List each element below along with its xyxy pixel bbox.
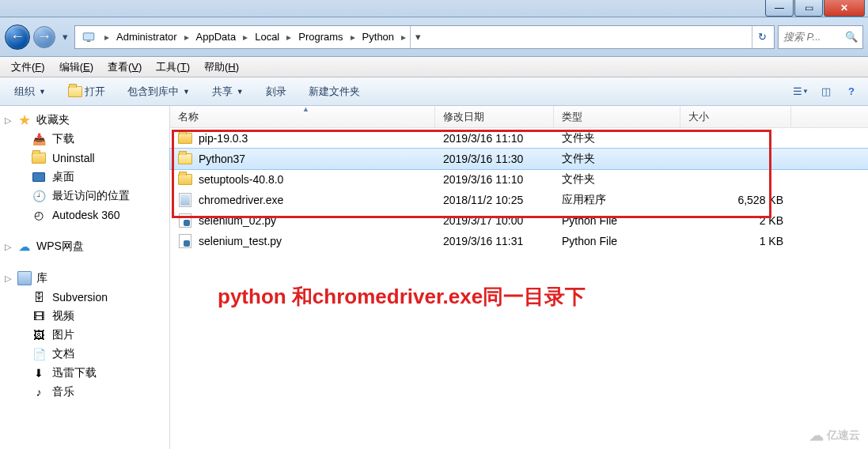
menu-file[interactable]: 文件(F) (5, 58, 51, 76)
file-rows: pip-19.0.32019/3/16 11:10文件夹Python372019… (170, 128, 868, 251)
documents-icon: 📄 (32, 347, 46, 361)
file-type: 文件夹 (554, 172, 680, 187)
preview-pane-button[interactable]: ◫ (817, 83, 835, 100)
autodesk-icon: ◴ (32, 208, 46, 222)
breadcrumb-expand-icon[interactable]: ▾ (410, 26, 426, 48)
breadcrumb[interactable]: ▸ Administrator ▸ AppData ▸ Local ▸ Prog… (74, 25, 775, 49)
col-size[interactable]: 大小 (680, 106, 791, 127)
menu-view[interactable]: 查看(V) (101, 58, 148, 76)
table-row[interactable]: chromedriver.exe2018/11/2 10:25应用程序6,528… (170, 190, 868, 210)
downloads-icon: 📥 (32, 132, 46, 146)
library-icon (17, 271, 32, 285)
table-row[interactable]: selenium_02.py2019/3/17 10:00Python File… (170, 210, 868, 231)
collapse-icon[interactable]: ▷ (5, 242, 11, 252)
sidebar-item-subversion[interactable]: 🗄Subversion (0, 288, 169, 307)
menubar: 文件(F) 编辑(E) 查看(V) 工具(T) 帮助(H) (0, 57, 868, 77)
burn-button[interactable]: 刻录 (260, 82, 293, 101)
file-name: selenium_02.py (199, 214, 276, 227)
sidebar-item-uninstall[interactable]: Uninstall (0, 149, 169, 168)
sidebar-item-autodesk[interactable]: ◴Autodesk 360 (0, 206, 169, 224)
menu-help[interactable]: 帮助(H) (198, 58, 245, 76)
forward-button[interactable]: → (33, 26, 55, 48)
close-button[interactable]: ✕ (824, 0, 865, 17)
file-type: 文件夹 (554, 131, 680, 145)
organize-button[interactable]: 组织 ▼ (8, 82, 52, 101)
file-icon (178, 213, 192, 228)
file-name: pip-19.0.3 (199, 132, 248, 145)
back-button[interactable]: ← (5, 25, 30, 50)
breadcrumb-seg-admin[interactable]: Administrator (113, 31, 180, 43)
breadcrumb-sep-icon[interactable]: ▸ (282, 32, 295, 43)
file-name: Python37 (199, 153, 245, 165)
col-name[interactable]: 名称▲ (170, 106, 435, 127)
file-icon (178, 234, 192, 248)
new-folder-button[interactable]: 新建文件夹 (302, 82, 366, 101)
breadcrumb-seg-local[interactable]: Local (252, 31, 282, 43)
file-size: 2 KB (680, 214, 791, 227)
sidebar-label: 库 (36, 271, 47, 285)
minimize-button[interactable]: — (765, 0, 794, 17)
table-row[interactable]: selenium_test.py2019/3/16 11:31Python Fi… (170, 231, 868, 251)
file-date: 2019/3/16 11:10 (435, 173, 554, 186)
annotation-text: python 和chromedriver.exe同一目录下 (218, 283, 586, 311)
maximize-button[interactable]: ▭ (794, 0, 823, 17)
watermark-icon: ☁ (809, 427, 824, 444)
breadcrumb-seg-appdata[interactable]: AppData (193, 31, 240, 43)
sidebar-head-libraries[interactable]: ▷ 库 (0, 269, 169, 288)
file-date: 2019/3/16 11:31 (435, 235, 554, 247)
breadcrumb-seg-python[interactable]: Python (359, 31, 397, 43)
collapse-icon[interactable]: ▷ (5, 274, 11, 284)
sort-asc-icon: ▲ (302, 105, 309, 113)
col-type[interactable]: 类型 (554, 106, 680, 127)
file-icon (178, 193, 192, 207)
refresh-button[interactable]: ↻ (752, 26, 772, 48)
breadcrumb-sep-icon[interactable]: ▸ (180, 32, 193, 43)
nav-row: ← → ▾ ▸ Administrator ▸ AppData ▸ Local … (0, 17, 868, 57)
search-icon[interactable]: 🔍 (845, 31, 858, 43)
svg-rect-1 (87, 40, 91, 42)
sidebar-item-recent[interactable]: 🕘最近访问的位置 (0, 187, 169, 206)
breadcrumb-sep-icon[interactable]: ▸ (397, 32, 410, 43)
sidebar-wps: ▷ ☁ WPS网盘 (0, 237, 169, 256)
file-type: Python File (554, 214, 680, 227)
breadcrumb-sep-icon[interactable]: ▸ (100, 32, 113, 43)
history-dropdown[interactable]: ▾ (59, 25, 71, 49)
sidebar-favorites: ▷ ★ 收藏夹 📥下载 Uninstall 桌面 🕘最近访问的位置 ◴Autod… (0, 111, 169, 224)
breadcrumb-seg-programs[interactable]: Programs (295, 31, 346, 43)
table-row[interactable]: pip-19.0.32019/3/16 11:10文件夹 (170, 128, 868, 149)
breadcrumb-sep-icon[interactable]: ▸ (239, 32, 252, 43)
table-row[interactable]: Python372019/3/16 11:30文件夹 (170, 149, 868, 169)
svn-icon: 🗄 (32, 290, 46, 304)
open-button[interactable]: 打开 (62, 82, 112, 101)
menu-tools[interactable]: 工具(T) (150, 58, 196, 76)
file-date: 2018/11/2 10:25 (435, 194, 554, 206)
menu-edit[interactable]: 编辑(E) (53, 58, 100, 76)
search-placeholder: 搜索 P... (783, 30, 821, 44)
share-button[interactable]: 共享 ▼ (206, 82, 250, 101)
file-name: selenium_test.py (199, 235, 282, 247)
file-type: 文件夹 (554, 152, 680, 166)
file-icon (178, 131, 192, 145)
search-input[interactable]: 搜索 P... 🔍 (778, 25, 863, 49)
sidebar-item-xunlei[interactable]: ⬇迅雷下载 (0, 364, 169, 383)
sidebar-label: 收藏夹 (36, 113, 70, 127)
sidebar-item-desktop[interactable]: 桌面 (0, 168, 169, 187)
desktop-icon (32, 170, 46, 184)
sidebar-item-videos[interactable]: 🎞视频 (0, 307, 169, 326)
sidebar-item-pictures[interactable]: 🖼图片 (0, 326, 169, 345)
sidebar-item-documents[interactable]: 📄文档 (0, 345, 169, 364)
file-icon (178, 172, 192, 187)
breadcrumb-sep-icon[interactable]: ▸ (347, 32, 359, 43)
help-button[interactable]: ? (843, 83, 860, 100)
sidebar-item-downloads[interactable]: 📥下载 (0, 130, 169, 149)
collapse-icon[interactable]: ▷ (5, 115, 11, 126)
file-type: 应用程序 (554, 193, 680, 207)
sidebar-item-music[interactable]: ♪音乐 (0, 383, 169, 402)
col-date[interactable]: 修改日期 (435, 106, 554, 127)
computer-icon[interactable] (80, 28, 97, 46)
view-mode-button[interactable]: ☰ ▼ (792, 83, 809, 100)
sidebar-head-favorites[interactable]: ▷ ★ 收藏夹 (0, 111, 169, 130)
sidebar-head-wps[interactable]: ▷ ☁ WPS网盘 (0, 237, 169, 256)
include-library-button[interactable]: 包含到库中 ▼ (121, 82, 196, 101)
table-row[interactable]: setuptools-40.8.02019/3/16 11:10文件夹 (170, 169, 868, 190)
